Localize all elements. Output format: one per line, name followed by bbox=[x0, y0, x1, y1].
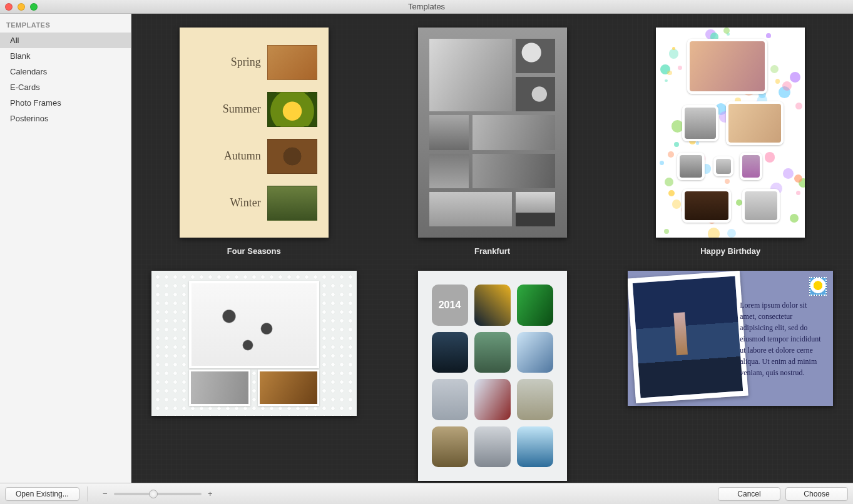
photo-placeholder bbox=[267, 186, 317, 221]
zoom-slider-thumb[interactable] bbox=[149, 490, 158, 498]
photo-placeholder bbox=[517, 285, 553, 326]
confetti-dot bbox=[790, 214, 799, 223]
template-name-label: Four Seasons bbox=[227, 246, 281, 256]
template-grid[interactable]: Spring Summer Autumn Winter Four Seasons bbox=[131, 14, 853, 483]
sidebar-item-photo-frames[interactable]: Photo Frames bbox=[0, 95, 131, 111]
photo-placeholder bbox=[628, 271, 748, 403]
confetti-dot bbox=[668, 151, 674, 158]
photo-placeholder bbox=[189, 370, 250, 406]
confetti-dot bbox=[665, 178, 673, 186]
cancel-button[interactable]: Cancel bbox=[718, 487, 780, 501]
photo-placeholder bbox=[677, 153, 705, 180]
template-tile[interactable] bbox=[138, 271, 370, 481]
confetti-dot bbox=[736, 199, 742, 206]
confetti-dot bbox=[725, 179, 730, 184]
photo-placeholder bbox=[517, 426, 553, 468]
photo-placeholder bbox=[429, 154, 469, 188]
confetti-dot bbox=[770, 65, 779, 73]
confetti-dot bbox=[667, 71, 672, 75]
confetti-dot bbox=[674, 142, 679, 147]
confetti-dot bbox=[669, 49, 679, 59]
photo-placeholder bbox=[429, 192, 513, 226]
titlebar: Templates bbox=[0, 0, 853, 14]
template-thumbnail bbox=[656, 28, 805, 238]
confetti-dot bbox=[660, 161, 664, 165]
zoom-slider[interactable] bbox=[114, 489, 202, 499]
postcard-text: Lorem ipsum dolor sit amet, consectetur … bbox=[740, 300, 824, 378]
template-name-label: Happy Birthday bbox=[700, 246, 760, 256]
template-tile-frankfurt[interactable]: Frankfurt bbox=[377, 28, 608, 256]
photo-placeholder bbox=[517, 379, 553, 420]
zoom-in-icon[interactable]: + bbox=[205, 489, 215, 498]
sidebar-item-calendars[interactable]: Calendars bbox=[0, 64, 131, 79]
photo-placeholder bbox=[474, 426, 511, 468]
template-thumbnail: 2014 bbox=[418, 271, 567, 481]
sidebar-item-e-cards[interactable]: E-Cards bbox=[0, 79, 131, 95]
sidebar-item-all[interactable]: All bbox=[0, 33, 131, 48]
template-thumbnail: Spring Summer Autumn Winter bbox=[180, 28, 329, 238]
main: TEMPLATES AllBlankCalendarsE-CardsPhoto … bbox=[0, 14, 853, 483]
template-tile[interactable]: Lorem ipsum dolor sit amet, consectetur … bbox=[615, 271, 846, 481]
footer-bar: Open Existing... − + Cancel Choose bbox=[0, 483, 853, 504]
photo-placeholder bbox=[472, 154, 556, 188]
photo-placeholder bbox=[432, 379, 468, 420]
zoom-window-button[interactable] bbox=[30, 3, 38, 11]
template-tile[interactable]: 2014 bbox=[377, 271, 608, 481]
photo-placeholder bbox=[267, 45, 317, 80]
photo-placeholder bbox=[474, 285, 511, 326]
minimize-window-button[interactable] bbox=[18, 3, 25, 11]
confetti-dot bbox=[668, 190, 675, 196]
photo-placeholder bbox=[682, 105, 718, 141]
confetti-dot bbox=[796, 191, 800, 195]
photo-placeholder bbox=[474, 332, 511, 373]
template-tile-four-seasons[interactable]: Spring Summer Autumn Winter Four Seasons bbox=[138, 28, 370, 256]
photo-placeholder bbox=[726, 101, 784, 145]
template-thumbnail bbox=[151, 271, 357, 416]
template-name-label: Frankfurt bbox=[474, 246, 510, 256]
photo-placeholder bbox=[682, 189, 731, 223]
photo-placeholder bbox=[432, 332, 468, 373]
zoom-slider-track bbox=[114, 493, 202, 495]
confetti-dot bbox=[727, 229, 736, 238]
photo-placeholder bbox=[429, 115, 469, 149]
photo-placeholder bbox=[472, 115, 556, 149]
confetti-dot bbox=[708, 228, 720, 238]
photo-placeholder bbox=[267, 92, 317, 127]
photo-placeholder bbox=[474, 379, 511, 420]
season-label: Spring bbox=[231, 56, 261, 69]
confetti-dot bbox=[696, 141, 700, 145]
photo-placeholder bbox=[516, 192, 555, 226]
confetti-dot bbox=[723, 28, 730, 34]
confetti-dot bbox=[664, 229, 669, 234]
confetti-dot bbox=[765, 152, 775, 163]
photo-placeholder bbox=[742, 189, 780, 223]
zoom-out-icon[interactable]: − bbox=[100, 489, 110, 498]
photo-placeholder bbox=[687, 39, 767, 94]
template-tile-happy-birthday[interactable]: Happy Birthday bbox=[615, 28, 846, 256]
season-label: Summer bbox=[223, 103, 261, 116]
photo-placeholder bbox=[189, 281, 319, 368]
photo-placeholder bbox=[516, 39, 555, 73]
sidebar-item-posterinos[interactable]: Posterinos bbox=[0, 111, 131, 126]
photo-placeholder bbox=[432, 426, 468, 468]
confetti-dot bbox=[775, 79, 780, 84]
open-existing-button[interactable]: Open Existing... bbox=[5, 487, 79, 501]
confetti-dot bbox=[783, 168, 794, 179]
confetti-dot bbox=[672, 199, 682, 209]
confetti-dot bbox=[795, 103, 802, 109]
photo-placeholder bbox=[258, 370, 319, 406]
window-controls bbox=[0, 3, 38, 11]
confetti-dot bbox=[665, 79, 668, 83]
close-window-button[interactable] bbox=[5, 3, 13, 11]
template-thumbnail: Lorem ipsum dolor sit amet, consectetur … bbox=[628, 271, 833, 406]
photo-placeholder bbox=[429, 39, 513, 111]
choose-button[interactable]: Choose bbox=[785, 487, 848, 501]
template-thumbnail bbox=[418, 28, 567, 238]
sidebar-item-blank[interactable]: Blank bbox=[0, 48, 131, 64]
confetti-dot bbox=[782, 81, 792, 91]
photo-placeholder bbox=[740, 153, 762, 180]
photo-placeholder bbox=[713, 156, 733, 176]
photo-placeholder bbox=[267, 139, 317, 174]
separator bbox=[87, 486, 88, 501]
window-title: Templates bbox=[0, 2, 853, 11]
